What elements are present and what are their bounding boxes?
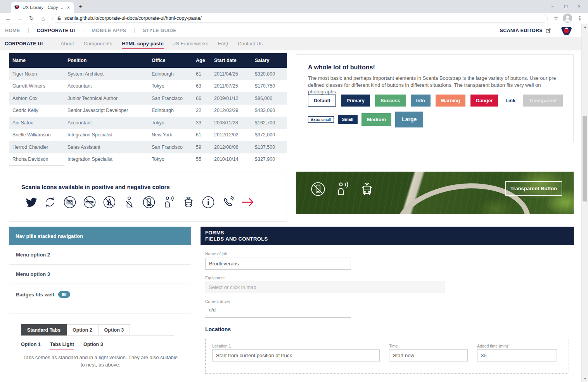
locations-title: Locations bbox=[205, 326, 231, 332]
added-time-field[interactable] bbox=[477, 349, 557, 361]
location1-label: Location 1 bbox=[212, 344, 231, 348]
subnav-item-about[interactable]: About bbox=[61, 41, 74, 46]
table-row[interactable]: Brielle WilliamsonIntegration Specialist… bbox=[9, 129, 287, 141]
page-content: Name Position Office Age Start date Sala… bbox=[0, 50, 581, 382]
cell-start-date: 2010/10/14 bbox=[208, 153, 248, 166]
no-phone-icon bbox=[309, 180, 327, 198]
extra-small-button[interactable]: Extra small bbox=[308, 116, 334, 123]
name-of-job-field[interactable] bbox=[205, 258, 351, 270]
address-bar[interactable]: scania.github.io/corporate-ui-docs/corpo… bbox=[52, 14, 548, 23]
forward-icon[interactable]: → bbox=[15, 15, 24, 22]
cell-name: Garrett Winters bbox=[9, 80, 64, 93]
cell-start-date: 2011/07/25 bbox=[208, 80, 248, 93]
subnav-item-contact-us[interactable]: Contact Us bbox=[238, 41, 263, 46]
secondary-nav: CORPORATE UI About Components HTML copy … bbox=[0, 37, 581, 50]
cell-start-date: 2011/04/25 bbox=[208, 68, 248, 80]
connected-bus-icon bbox=[358, 180, 376, 198]
page-scrollbar[interactable]: ▲ ▼ bbox=[581, 24, 588, 382]
light-tab-option-1[interactable]: Option 1 bbox=[21, 342, 41, 349]
light-tab-tabs-light[interactable]: Tabs Light bbox=[50, 342, 74, 349]
tab-option-3[interactable]: Option 3 bbox=[99, 324, 130, 336]
scrollbar-thumb[interactable] bbox=[583, 116, 587, 201]
home-icon[interactable]: ⌂ bbox=[38, 15, 48, 22]
light-tab-option-3[interactable]: Option 3 bbox=[83, 342, 103, 349]
nav-pills-item[interactable]: Badges fits well 98 bbox=[9, 284, 191, 305]
cell-start-date: 2008/11/28 bbox=[208, 117, 248, 129]
table-row[interactable]: Cedric KellySenior Javascript DeveloperE… bbox=[9, 105, 287, 117]
table-row[interactable]: Rhona DavidsonIntegration SpecialistToky… bbox=[9, 153, 287, 166]
cell-start-date: 2009/01/12 bbox=[208, 92, 248, 105]
table-row[interactable]: Tiger NixonSystem ArchitectEdinburgh6120… bbox=[9, 68, 287, 80]
small-button[interactable]: Small bbox=[338, 115, 358, 124]
forms-panel-header: FORMS FIELDS AND CONTROLS bbox=[201, 227, 574, 245]
tab-option-2[interactable]: Option 2 bbox=[67, 324, 99, 336]
no-camera-icon bbox=[62, 194, 78, 210]
table-row[interactable]: Herrod ChandlerSales AssistantSan Franci… bbox=[9, 141, 287, 153]
twitter-icon bbox=[23, 195, 38, 210]
tab-close-icon[interactable]: × bbox=[66, 5, 71, 10]
browser-tab[interactable]: UX Library - Copy Paste HTML × bbox=[11, 2, 74, 13]
nav-pills-item-label: Menu option 3 bbox=[16, 271, 50, 277]
nav-pills-item-label: Menu option 2 bbox=[16, 252, 50, 258]
minimize-button[interactable]: – bbox=[546, 3, 559, 9]
nav-item-corporate-ui[interactable]: CORPORATE UI bbox=[37, 28, 75, 33]
primary-button[interactable]: Primary bbox=[341, 95, 370, 107]
link-button[interactable]: Link bbox=[503, 95, 518, 107]
no-phone-icon bbox=[141, 194, 157, 210]
subnav-item-js-frameworks[interactable]: JS Frameworks bbox=[173, 41, 208, 46]
warning-button[interactable]: Warning bbox=[436, 95, 466, 107]
external-link-icon bbox=[546, 28, 551, 33]
cell-position: Integration Specialist bbox=[64, 153, 148, 166]
tab-standard-tabs[interactable]: Standard Tabs bbox=[21, 324, 67, 336]
forms-title-line1: FORMS bbox=[205, 230, 574, 236]
nav-item-home[interactable]: HOME bbox=[5, 28, 20, 33]
col-header-start-date: Start date bbox=[208, 53, 248, 68]
nav-item-mobile-apps[interactable]: MOBILE APPS bbox=[92, 28, 126, 33]
table-row[interactable]: Airi SatouAccountantTokyo332008/11/28$16… bbox=[9, 117, 287, 129]
success-button[interactable]: Success bbox=[375, 95, 406, 107]
subnav-item-html-copy-paste[interactable]: HTML copy paste bbox=[122, 41, 163, 49]
cell-age: 59 bbox=[186, 141, 208, 153]
nav-pills-item[interactable]: Menu option 3 bbox=[9, 265, 191, 284]
reload-icon[interactable]: ↻ bbox=[27, 15, 36, 22]
nav-item-style-guide[interactable]: STYLE GUIDE bbox=[143, 28, 176, 33]
browser-toolbar: ← → ↻ ⌂ scania.github.io/corporate-ui-do… bbox=[0, 13, 588, 24]
time-field[interactable] bbox=[389, 349, 468, 361]
standard-tabs: Standard Tabs Option 2 Option 3 bbox=[21, 324, 130, 336]
subnav-item-components[interactable]: Components bbox=[84, 41, 112, 46]
tabs-demo-card: Standard Tabs Option 2 Option 3 Option 1… bbox=[9, 313, 191, 382]
cell-position: Senior Javascript Developer bbox=[64, 105, 148, 117]
scroll-down-icon[interactable]: ▼ bbox=[582, 377, 588, 380]
table-row[interactable]: Garrett WintersAccountantTokyo632011/07/… bbox=[9, 80, 287, 93]
medium-button[interactable]: Medium bbox=[361, 113, 391, 126]
scroll-up-icon[interactable]: ▲ bbox=[582, 25, 588, 29]
icons-panel-title: Scania Icons available in positive and n… bbox=[21, 184, 170, 190]
cell-office: Edinburgh bbox=[148, 68, 186, 80]
info-button[interactable]: Info bbox=[411, 95, 431, 107]
window-controls: – □ × bbox=[546, 0, 586, 13]
close-button[interactable]: × bbox=[572, 3, 586, 9]
subnav-item-faq[interactable]: FAQ bbox=[218, 41, 228, 46]
buttons-panel-title: A whole lot of buttons! bbox=[308, 64, 375, 71]
nav-pills-item-label: Badges fits well bbox=[16, 292, 54, 298]
default-button[interactable]: Default bbox=[308, 95, 336, 107]
table-row[interactable]: Ashton CoxJunior Technical AuthorSan Fra… bbox=[9, 92, 287, 105]
cell-office: New York bbox=[148, 129, 186, 141]
nav-pills-header[interactable]: Nav pills stacked navigation bbox=[9, 227, 191, 245]
scania-editors-link[interactable]: SCANIA EDITORS bbox=[500, 24, 573, 37]
col-header-salary: Salary bbox=[248, 53, 287, 68]
large-button[interactable]: Large bbox=[395, 112, 423, 127]
buttons-panel-description: The most basic and perhaps important ele… bbox=[308, 75, 559, 95]
location1-field[interactable] bbox=[212, 349, 380, 361]
transparent-button[interactable]: Transparent bbox=[523, 95, 563, 107]
profile-avatar[interactable] bbox=[563, 14, 572, 23]
new-tab-button[interactable]: + bbox=[76, 2, 85, 11]
nav-pills-item[interactable]: Menu option 2 bbox=[9, 245, 191, 265]
danger-button[interactable]: Danger bbox=[470, 95, 498, 107]
browser-menu-icon[interactable]: ⋮ bbox=[577, 15, 583, 21]
equipment-field[interactable] bbox=[205, 281, 445, 293]
maximize-button[interactable]: □ bbox=[559, 3, 572, 9]
bookmark-star-icon[interactable]: ☆ bbox=[553, 15, 559, 22]
transparent-photo-button[interactable]: Transparent Button bbox=[505, 181, 562, 196]
back-icon[interactable]: ← bbox=[3, 15, 13, 22]
